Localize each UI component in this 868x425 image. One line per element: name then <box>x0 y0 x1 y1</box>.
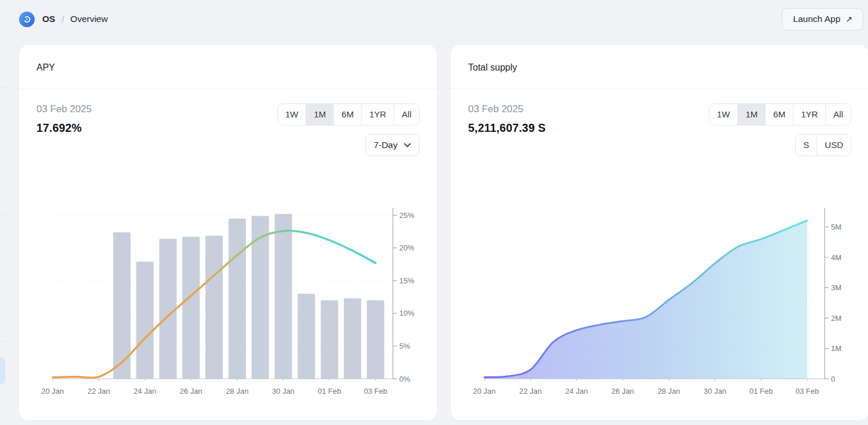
svg-text:5M: 5M <box>831 223 841 231</box>
apy-range-1m[interactable]: 1M <box>306 104 333 125</box>
sidebar-edge-highlight <box>0 357 5 384</box>
launch-app-button[interactable]: Launch App ↗ <box>782 8 863 31</box>
svg-text:3M: 3M <box>831 283 841 292</box>
total-supply-value: 5,211,607.39 S <box>468 121 546 135</box>
total-supply-stats: 03 Feb 2025 5,211,607.39 S <box>468 104 546 135</box>
supply-range-1m[interactable]: 1M <box>737 104 765 125</box>
apy-value: 17.692% <box>36 121 91 135</box>
svg-text:24 Jan: 24 Jan <box>134 387 156 396</box>
supply-range-6m[interactable]: 6M <box>765 104 793 125</box>
total-supply-card: Total supply 03 Feb 2025 5,211,607.39 S … <box>451 45 868 420</box>
svg-text:22 Jan: 22 Jan <box>87 387 110 396</box>
svg-text:20 Jan: 20 Jan <box>473 387 495 396</box>
supply-range-1w[interactable]: 1W <box>709 104 738 125</box>
apy-card-body: 03 Feb 2025 17.692% 1W 1M 6M 1YR All 7-D… <box>19 88 437 420</box>
dashboard-cards: APY 03 Feb 2025 17.692% 1W 1M 6M 1YR All <box>19 45 868 420</box>
supply-unit-control: S USD <box>795 134 851 156</box>
svg-text:2M: 2M <box>831 314 841 323</box>
supply-unit-s[interactable]: S <box>796 135 816 156</box>
supply-unit-usd[interactable]: USD <box>816 135 851 156</box>
sidebar-edge-divider <box>0 214 5 215</box>
breadcrumb-app[interactable]: OS <box>42 14 55 24</box>
sidebar-edge-divider <box>0 341 5 342</box>
top-bar: OS / Overview Launch App ↗ <box>0 0 868 38</box>
apy-range-all[interactable]: All <box>393 104 419 125</box>
chevron-down-icon <box>404 143 411 147</box>
svg-text:28 Jan: 28 Jan <box>657 387 680 396</box>
launch-app-label: Launch App <box>793 14 840 24</box>
breadcrumb-page[interactable]: Overview <box>71 14 108 24</box>
apy-card-title: APY <box>19 45 437 88</box>
svg-text:30 Jan: 30 Jan <box>272 387 295 396</box>
svg-text:26 Jan: 26 Jan <box>612 387 634 396</box>
svg-text:01 Feb: 01 Feb <box>749 387 773 396</box>
svg-text:1M: 1M <box>831 344 841 353</box>
apy-card: APY 03 Feb 2025 17.692% 1W 1M 6M 1YR All <box>19 45 437 420</box>
svg-text:15%: 15% <box>399 276 414 285</box>
external-link-icon: ↗ <box>845 14 852 24</box>
apy-average-dropdown[interactable]: 7-Day <box>365 134 420 156</box>
supply-range-control: 1W 1M 6M 1YR All <box>709 104 851 125</box>
svg-text:0%: 0% <box>399 375 410 383</box>
apy-range-6m[interactable]: 6M <box>333 104 361 125</box>
supply-range-all[interactable]: All <box>825 104 851 125</box>
total-supply-card-title: Total supply <box>451 45 868 88</box>
supply-range-1yr[interactable]: 1YR <box>793 104 825 125</box>
svg-text:20%: 20% <box>399 243 414 252</box>
apy-range-1yr[interactable]: 1YR <box>361 104 393 125</box>
app-logo[interactable] <box>19 12 35 27</box>
total-supply-card-body: 03 Feb 2025 5,211,607.39 S 1W 1M 6M 1YR … <box>451 88 868 420</box>
apy-range-1w[interactable]: 1W <box>278 104 306 125</box>
apy-chart[interactable]: 0%5%10%15%20%25%20 Jan22 Jan24 Jan26 Jan… <box>36 205 420 409</box>
apy-average-dropdown-label: 7-Day <box>374 140 398 150</box>
svg-text:03 Feb: 03 Feb <box>796 387 819 396</box>
sidebar-edge-divider <box>0 87 5 87</box>
apy-stats: 03 Feb 2025 17.692% <box>36 104 91 135</box>
apy-range-control: 1W 1M 6M 1YR All <box>277 104 420 125</box>
svg-text:25%: 25% <box>399 211 414 220</box>
app-logo-icon <box>22 14 32 24</box>
svg-text:24 Jan: 24 Jan <box>565 387 588 396</box>
svg-text:30 Jan: 30 Jan <box>704 387 726 396</box>
apy-date: 03 Feb 2025 <box>36 104 91 115</box>
svg-text:28 Jan: 28 Jan <box>226 387 248 396</box>
svg-text:03 Feb: 03 Feb <box>364 387 387 396</box>
svg-text:20 Jan: 20 Jan <box>41 387 64 396</box>
breadcrumb: OS / Overview <box>42 14 108 24</box>
breadcrumb-separator: / <box>61 14 64 24</box>
svg-text:0: 0 <box>831 375 835 383</box>
svg-text:4M: 4M <box>831 253 841 262</box>
svg-text:22 Jan: 22 Jan <box>519 387 542 396</box>
svg-text:26 Jan: 26 Jan <box>180 387 203 396</box>
svg-text:10%: 10% <box>399 309 414 317</box>
total-supply-chart[interactable]: 01M2M3M4M5M20 Jan22 Jan24 Jan26 Jan28 Ja… <box>468 205 851 409</box>
svg-text:5%: 5% <box>399 342 410 350</box>
total-supply-date: 03 Feb 2025 <box>468 104 546 115</box>
svg-text:01 Feb: 01 Feb <box>318 387 341 396</box>
